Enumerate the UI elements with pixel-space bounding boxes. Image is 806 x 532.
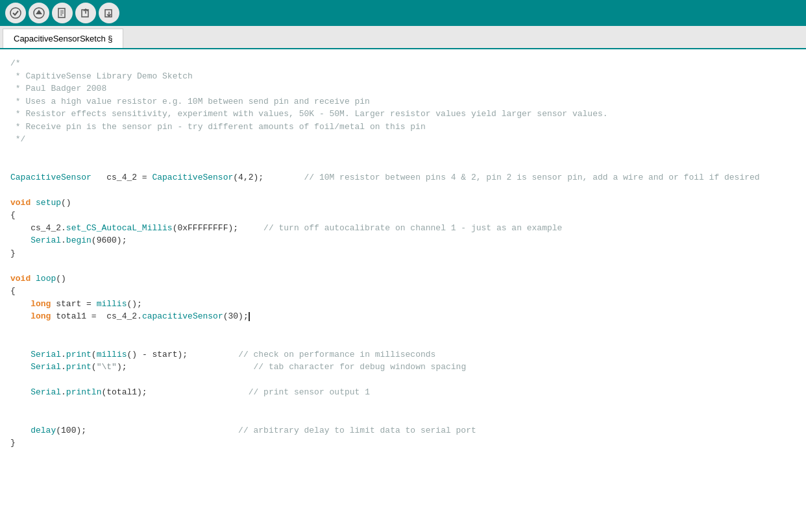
save-button[interactable] (99, 3, 119, 23)
toolbar (0, 0, 806, 26)
new-button[interactable] (52, 3, 73, 23)
sketch-tab[interactable]: CapacitiveSensorSketch § (3, 29, 123, 48)
code-editor[interactable]: /* * CapitiveSense Library Demo Sketch *… (0, 49, 806, 532)
svg-point-0 (10, 8, 21, 18)
upload-button[interactable] (29, 3, 49, 23)
open-button[interactable] (75, 3, 96, 23)
svg-marker-2 (36, 10, 42, 14)
verify-button[interactable] (5, 3, 26, 23)
tab-bar: CapacitiveSensorSketch § (0, 26, 806, 49)
